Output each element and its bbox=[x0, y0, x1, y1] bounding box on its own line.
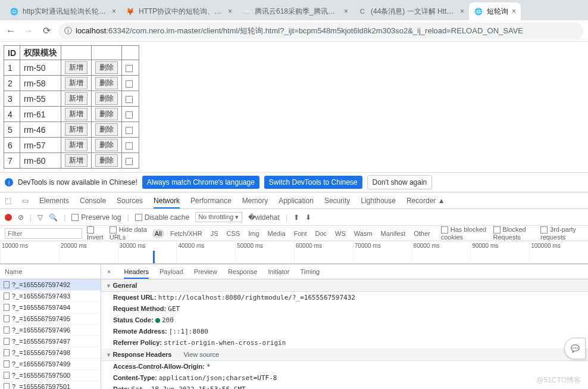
filter-type-pill[interactable]: Img bbox=[246, 229, 261, 238]
delete-button[interactable]: 删除 bbox=[95, 108, 118, 120]
disable-cache[interactable]: Disable cache bbox=[135, 213, 189, 222]
record-button[interactable] bbox=[5, 214, 12, 221]
devtools-tab[interactable]: Sources bbox=[117, 197, 143, 205]
devtools-tab[interactable]: Security bbox=[324, 197, 350, 205]
always-match-button[interactable]: Always match Chrome's language bbox=[142, 176, 259, 189]
site-info-icon[interactable]: ⓘ bbox=[64, 26, 72, 36]
devtools-tab[interactable]: Performance bbox=[190, 197, 232, 205]
filter-type-pill[interactable]: WS bbox=[333, 229, 348, 238]
wifi-icon[interactable]: �widehat bbox=[248, 213, 280, 222]
reload-icon[interactable]: ⟳ bbox=[40, 25, 52, 37]
filter-type-pill[interactable]: Media bbox=[265, 229, 288, 238]
blocked-cookies-cb[interactable]: Has blocked cookies bbox=[441, 226, 489, 241]
browser-tab[interactable]: ☁️腾讯云618采购季_腾讯云618特惠× bbox=[237, 2, 353, 20]
row-checkbox[interactable] bbox=[126, 127, 133, 134]
add-button[interactable]: 新增 bbox=[65, 61, 87, 74]
request-item[interactable]: ?_=1655567597492 bbox=[0, 279, 101, 291]
request-item[interactable]: ?_=1655567597497 bbox=[0, 336, 101, 347]
close-tab-icon[interactable]: × bbox=[112, 7, 116, 15]
row-checkbox[interactable] bbox=[126, 158, 133, 165]
close-tab-icon[interactable]: × bbox=[344, 7, 348, 15]
request-item[interactable]: ?_=1655567597500 bbox=[0, 370, 101, 381]
row-checkbox[interactable] bbox=[126, 65, 133, 72]
filter-type-pill[interactable]: Manifest bbox=[379, 229, 408, 238]
row-checkbox[interactable] bbox=[126, 80, 133, 88]
invert-cb[interactable]: Invert bbox=[87, 226, 105, 241]
feedback-button[interactable]: 💬 bbox=[564, 338, 586, 359]
delete-button[interactable]: 删除 bbox=[95, 139, 118, 151]
devtools-tab[interactable]: Memory bbox=[242, 197, 268, 205]
device-icon[interactable]: ▭ bbox=[22, 197, 29, 205]
add-button[interactable]: 新增 bbox=[65, 123, 87, 136]
browser-tab[interactable]: 🦊HTTP协议中的短轮询、长轮询、× bbox=[121, 2, 237, 20]
devtools-tab[interactable]: Application bbox=[279, 197, 314, 205]
request-item[interactable]: ?_=1655567597498 bbox=[0, 347, 101, 359]
browser-tab[interactable]: 🌐http实时通讯短轮询长轮询_百度× bbox=[5, 2, 121, 20]
upload-icon[interactable]: ⬆ bbox=[293, 213, 299, 222]
filter-input[interactable] bbox=[5, 228, 82, 239]
request-item[interactable]: ?_=1655567597495 bbox=[0, 313, 101, 325]
devtools-tab[interactable]: Recorder ▲ bbox=[406, 197, 445, 205]
row-checkbox[interactable] bbox=[126, 142, 133, 150]
filter-type-pill[interactable]: Wasm bbox=[352, 229, 375, 238]
preserve-log[interactable]: Preserve log bbox=[71, 213, 121, 222]
devtools-tab[interactable]: Console bbox=[80, 197, 106, 205]
switch-chinese-button[interactable]: Switch DevTools to Chinese bbox=[264, 176, 362, 189]
third-party-cb[interactable]: 3rd-party requests bbox=[540, 226, 583, 241]
delete-button[interactable]: 删除 bbox=[95, 92, 118, 105]
detail-tab[interactable]: Payload bbox=[159, 268, 183, 275]
detail-tab[interactable]: Initiator bbox=[268, 268, 289, 275]
request-item[interactable]: ?_=1655567597499 bbox=[0, 359, 101, 370]
add-button[interactable]: 新增 bbox=[65, 108, 87, 120]
general-section[interactable]: General bbox=[101, 279, 588, 292]
response-headers-section[interactable]: Response HeadersView source bbox=[101, 348, 588, 361]
add-button[interactable]: 新增 bbox=[65, 92, 87, 105]
devtools-tab[interactable]: Network bbox=[154, 197, 180, 208]
detail-tab[interactable]: Preview bbox=[194, 268, 217, 275]
add-button[interactable]: 新增 bbox=[65, 139, 87, 151]
inspect-icon[interactable]: ⬚ bbox=[5, 197, 11, 205]
filter-type-pill[interactable]: JS bbox=[208, 229, 221, 238]
view-source-link[interactable]: View source bbox=[183, 351, 219, 358]
blocked-req-cb[interactable]: Blocked Requests bbox=[493, 226, 536, 241]
filter-type-pill[interactable]: Fetch/XHR bbox=[168, 229, 205, 238]
filter-type-pill[interactable]: Other bbox=[411, 229, 433, 238]
delete-button[interactable]: 删除 bbox=[95, 61, 118, 74]
delete-button[interactable]: 删除 bbox=[95, 77, 118, 89]
dont-show-button[interactable]: Don't show again bbox=[367, 175, 433, 189]
detail-tab[interactable]: Response bbox=[228, 268, 258, 275]
browser-tab[interactable]: C(44条消息) 一文详解 Http 短轮× bbox=[353, 2, 469, 20]
browser-tab[interactable]: 🌐短轮询× bbox=[469, 2, 521, 20]
hide-urls-cb[interactable]: Hide data URLs bbox=[110, 226, 148, 241]
devtools-tab[interactable]: Elements bbox=[39, 197, 69, 205]
filter-type-pill[interactable]: Font bbox=[292, 229, 309, 238]
close-tab-icon[interactable]: × bbox=[460, 7, 464, 15]
close-tab-icon[interactable]: × bbox=[512, 7, 516, 15]
request-item[interactable]: ?_=1655567597493 bbox=[0, 291, 101, 302]
throttling-select[interactable]: No throttling ▾ bbox=[195, 212, 242, 222]
url-box[interactable]: ⓘ localhost:63342/com.nero.im-master/cli… bbox=[58, 23, 583, 39]
row-checkbox[interactable] bbox=[126, 111, 133, 119]
filter-type-pill[interactable]: All bbox=[152, 229, 164, 238]
request-item[interactable]: ?_=1655567597501 bbox=[0, 381, 101, 389]
download-icon[interactable]: ⬇ bbox=[305, 213, 311, 222]
clear-button[interactable]: ⊘ bbox=[18, 213, 24, 222]
timeline[interactable]: 10000 ms20000 ms30000 ms40000 ms50000 ms… bbox=[0, 241, 588, 264]
forward-icon[interactable]: → bbox=[23, 25, 35, 37]
detail-tab[interactable]: Headers bbox=[124, 268, 149, 279]
filter-type-pill[interactable]: Doc bbox=[313, 229, 330, 238]
detail-tab[interactable]: Timing bbox=[301, 268, 320, 275]
filter-type-pill[interactable]: CSS bbox=[224, 229, 243, 238]
delete-button[interactable]: 删除 bbox=[95, 154, 118, 167]
add-button[interactable]: 新增 bbox=[65, 77, 87, 89]
close-tab-icon[interactable]: × bbox=[228, 7, 232, 15]
add-button[interactable]: 新增 bbox=[65, 154, 87, 167]
row-checkbox[interactable] bbox=[126, 96, 133, 103]
delete-button[interactable]: 删除 bbox=[95, 123, 118, 136]
filter-icon[interactable]: ▽ bbox=[37, 213, 43, 222]
request-item[interactable]: ?_=1655567597494 bbox=[0, 302, 101, 313]
request-item[interactable]: ?_=1655567597496 bbox=[0, 325, 101, 336]
search-icon[interactable]: 🔍 bbox=[49, 213, 58, 222]
close-details-icon[interactable]: × bbox=[107, 268, 111, 275]
devtools-tab[interactable]: Lighthouse bbox=[361, 197, 396, 205]
